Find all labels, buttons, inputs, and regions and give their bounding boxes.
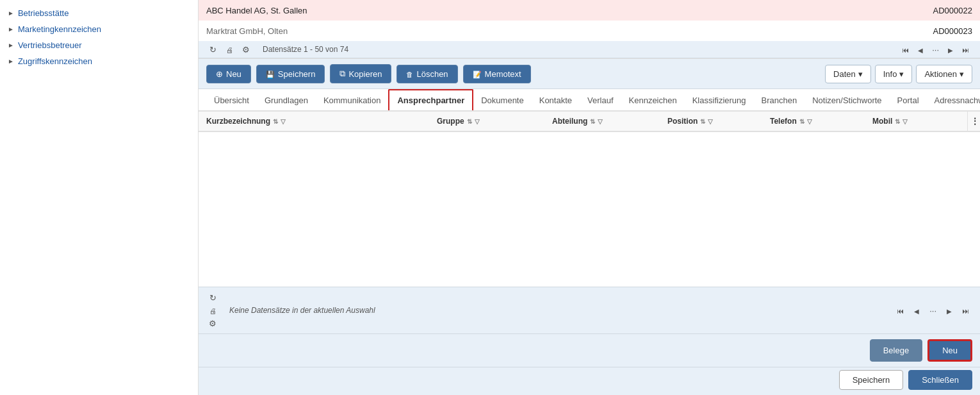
tab-kommunikation[interactable]: Kommunikation	[316, 90, 389, 112]
refresh-icon	[209, 293, 216, 303]
bottom-print-button[interactable]	[206, 304, 219, 317]
prev-page-button[interactable]	[915, 44, 926, 56]
filter-icon[interactable]: ▽	[902, 118, 908, 125]
aktionen-dropdown[interactable]: Aktionen	[916, 65, 972, 83]
col-label: Telefon	[770, 117, 797, 126]
speichern-button[interactable]: Speichern	[256, 65, 325, 83]
bottom-last-page-button[interactable]	[959, 305, 972, 317]
refresh-button[interactable]	[206, 43, 219, 56]
next-page-button[interactable]	[945, 44, 956, 56]
inactive-record-row[interactable]: Marktrat GmbH, Olten AD000023	[199, 21, 980, 41]
daten-label: Daten	[833, 69, 856, 79]
first-icon	[902, 45, 909, 55]
sidebar-item-betriebsstaette[interactable]: ► Betriebsstätte	[0, 5, 198, 21]
refresh-icon	[209, 45, 216, 55]
filter-icon[interactable]: ▽	[281, 118, 286, 125]
active-record-row[interactable]: ABC Handel AG, St. Gallen AD000022	[199, 0, 980, 21]
memotext-button[interactable]: Memotext	[463, 65, 531, 83]
info-dropdown[interactable]: Info	[875, 65, 913, 83]
bottom-refresh-button[interactable]	[206, 291, 219, 304]
sort-icon[interactable]: ⇅	[895, 118, 900, 125]
col-abteilung[interactable]: Abteilung ⇅ ▽	[544, 112, 660, 131]
daten-dropdown[interactable]: Daten	[825, 65, 871, 83]
tabs-bar: Übersicht Grundlagen Kommunikation Anspr…	[199, 89, 980, 112]
sidebar-item-label: Betriebsstätte	[18, 8, 69, 18]
tab-kontakte[interactable]: Kontakte	[532, 90, 580, 112]
bottom-first-page-button[interactable]	[894, 305, 907, 317]
info-label: Info	[883, 69, 897, 79]
bottom-prev-page-button[interactable]	[911, 305, 922, 317]
memo-icon	[473, 69, 482, 79]
sidebar-item-label: Vertriebsbetreuer	[18, 40, 82, 50]
neu-button[interactable]: Neu	[206, 65, 251, 83]
kopieren-button-label: Kopieren	[348, 69, 382, 79]
sidebar-item-zugriffskennzeichen[interactable]: ► Zugriffskennzeichen	[0, 53, 198, 69]
tab-verlauf[interactable]: Verlauf	[580, 90, 621, 112]
plus-icon	[216, 69, 223, 79]
tab-klassifizierung[interactable]: Klassifizierung	[685, 90, 754, 112]
active-record-name: ABC Handel AG, St. Gallen	[206, 6, 933, 15]
loeschen-button[interactable]: Löschen	[396, 65, 457, 83]
prev-icon	[914, 306, 919, 315]
chevron-right-icon: ►	[8, 42, 14, 49]
neu-button-label: Neu	[226, 69, 241, 79]
chevron-right-icon: ►	[8, 58, 14, 65]
col-telefon[interactable]: Telefon ⇅ ▽	[762, 112, 865, 131]
bottom-more-pages-button[interactable]	[926, 305, 940, 317]
settings-button[interactable]	[240, 43, 252, 56]
first-icon	[897, 306, 904, 315]
tab-notizen-stichworte[interactable]: Notizen/Stichworte	[804, 90, 889, 112]
next-icon	[947, 306, 952, 315]
bottom-next-page-button[interactable]	[943, 305, 955, 317]
tab-portal[interactable]: Portal	[890, 90, 927, 112]
filter-icon[interactable]: ▽	[598, 118, 603, 125]
col-kurzbezeichnung[interactable]: Kurzbezeichnung ⇅ ▽	[199, 112, 429, 131]
settings-icon	[209, 319, 216, 328]
sort-icon[interactable]: ⇅	[590, 118, 595, 125]
sort-icon[interactable]: ⇅	[700, 118, 705, 125]
tab-kennzeichen[interactable]: Kennzeichen	[621, 90, 685, 112]
sort-icon[interactable]: ⇅	[467, 118, 472, 125]
kopieren-button[interactable]: Kopieren	[330, 64, 391, 83]
first-page-button[interactable]	[899, 44, 912, 56]
print-button[interactable]	[223, 43, 236, 56]
sort-icon[interactable]: ⇅	[273, 118, 278, 125]
col-mobil[interactable]: Mobil ⇅ ▽	[865, 112, 967, 131]
bottom-neu-button[interactable]: Neu	[927, 339, 972, 362]
tab-grundlagen[interactable]: Grundlagen	[257, 90, 316, 112]
last-icon	[962, 45, 969, 55]
filter-icon[interactable]: ▽	[807, 118, 812, 125]
tab-ansprechpartner[interactable]: Ansprechpartner	[388, 89, 473, 112]
dots-icon	[929, 306, 936, 315]
pagination-bar: Datensätze 1 - 50 von 74	[199, 41, 980, 58]
inactive-record-id: AD000023	[933, 26, 972, 36]
tab-branchen[interactable]: Branchen	[754, 90, 805, 112]
scrollbar-col: ⋮	[967, 112, 980, 131]
tab-uebersicht[interactable]: Übersicht	[206, 90, 257, 112]
col-position[interactable]: Position ⇅ ▽	[660, 112, 762, 131]
sort-icon[interactable]: ⇅	[799, 118, 804, 125]
sidebar: ► Betriebsstätte ► Marketingkennzeichen …	[0, 0, 199, 395]
schliessen-button[interactable]: Schließen	[908, 370, 972, 390]
bottom-pagination-icons	[206, 291, 219, 330]
data-table: Kurzbezeichnung ⇅ ▽ Gruppe ⇅ ▽	[199, 112, 980, 132]
col-label: Abteilung	[552, 117, 587, 126]
filter-icon[interactable]: ▽	[708, 118, 713, 125]
chevron-down-icon	[858, 69, 863, 79]
col-gruppe[interactable]: Gruppe ⇅ ▽	[429, 112, 544, 131]
sidebar-item-label: Zugriffskennzeichen	[18, 56, 92, 66]
sidebar-item-vertriebsbetreuer[interactable]: ► Vertriebsbetreuer	[0, 37, 198, 53]
last-page-button[interactable]	[959, 44, 972, 56]
filter-icon[interactable]: ▽	[475, 118, 480, 125]
col-label: Position	[667, 117, 698, 126]
tab-dokumente[interactable]: Dokumente	[473, 90, 531, 112]
bottom-settings-button[interactable]	[206, 317, 219, 330]
more-pages-button[interactable]	[929, 44, 942, 56]
loeschen-button-label: Löschen	[416, 69, 448, 79]
tab-adressnachweis[interactable]: Adressnachweis	[927, 90, 980, 112]
sidebar-item-marketingkennzeichen[interactable]: ► Marketingkennzeichen	[0, 21, 198, 37]
bottom-speichern-button[interactable]: Speichern	[839, 370, 904, 390]
belege-button[interactable]: Belege	[870, 339, 922, 362]
save-icon	[266, 69, 275, 79]
copy-icon	[339, 69, 345, 79]
